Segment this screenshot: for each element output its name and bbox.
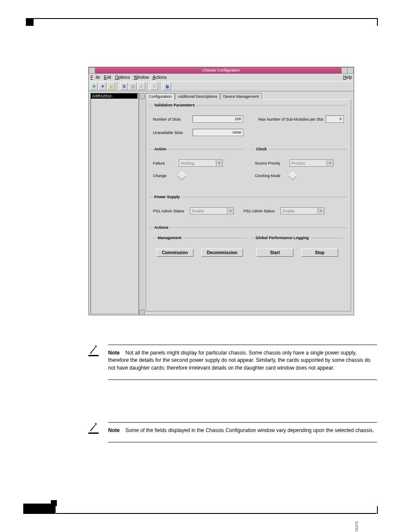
group-validation-legend: Validation Parameters — [153, 103, 196, 107]
failure-label: Failure — [153, 161, 179, 165]
group-action: Action Failure Nothing ▾ Change — [149, 147, 246, 184]
group-management-legend: Management — [156, 236, 183, 240]
figure-id: 75375 — [355, 302, 411, 532]
group-gpl-legend: Global Performance Logging — [254, 236, 310, 240]
group-actions-legend: Actions — [153, 225, 170, 230]
ps2-combo[interactable]: Enable ▾ — [280, 207, 324, 215]
toolbar-btn-4[interactable]: ≣ — [120, 82, 128, 90]
scroll-up-icon[interactable] — [139, 93, 145, 99]
toolbar-info-icon[interactable]: ◉ — [163, 82, 171, 90]
group-action-legend: Action — [153, 147, 168, 151]
menu-file[interactable]: File — [90, 75, 100, 80]
ps1-label: PS1 Admin Status — [153, 209, 190, 213]
chevron-down-icon: ▾ — [216, 160, 222, 166]
group-power-legend: Power Supply — [153, 195, 181, 199]
note-icon — [88, 345, 99, 356]
menu-help[interactable]: Help — [343, 75, 352, 80]
page-footer-corner — [377, 506, 378, 514]
note-block-2: Note Some of the fields displayed in the… — [88, 422, 377, 442]
note-label: Note — [108, 427, 120, 433]
menu-actions[interactable]: Actions — [153, 75, 167, 80]
note-label: Note — [108, 350, 120, 356]
window-title: Chassis Configuration — [202, 68, 240, 72]
src-priority-label: Source Priority — [255, 161, 290, 165]
tab-additional-descriptions[interactable]: Additional Descriptions — [175, 93, 221, 100]
chassis-config-window: Chassis Configuration File Edit Options … — [88, 67, 354, 315]
note-text-2: Some of the fields displayed in the Chas… — [125, 427, 374, 433]
src-priority-combo[interactable]: Product ▾ — [290, 159, 333, 167]
failure-combo[interactable]: Nothing ▾ — [179, 159, 223, 167]
scrollbar[interactable] — [139, 93, 145, 314]
page-header-corner — [377, 18, 378, 26]
group-clock-legend: Clock — [255, 147, 268, 151]
page-header-block — [26, 18, 34, 26]
minimize-icon[interactable] — [341, 67, 348, 74]
clocking-mode-label: Clocking Mode — [255, 174, 290, 178]
toolbar-help-icon[interactable]: ? — [150, 82, 158, 90]
num-slots-label: Number of Slots — [153, 117, 193, 121]
page-footer-block-inner — [51, 500, 57, 506]
group-gpl: Global Performance Logging Start Stop — [251, 236, 344, 260]
ps1-combo[interactable]: Enable ▾ — [190, 207, 234, 215]
decommission-button[interactable]: Decommission — [201, 249, 243, 257]
group-power-supply: Power Supply PS1 Admin Status Enable ▾ P… — [149, 195, 347, 220]
note-block-1: Note Not all the panels might display fo… — [88, 345, 377, 380]
system-menu-icon[interactable] — [89, 67, 95, 74]
start-button[interactable]: Start — [256, 249, 293, 257]
toolbar-btn-6[interactable]: ✓ — [137, 82, 145, 90]
change-label: Change — [153, 174, 179, 178]
chevron-down-icon: ▾ — [318, 208, 324, 214]
group-clock: Clock Source Priority Product ▾ Clocking… — [252, 147, 348, 184]
menu-options[interactable]: Options — [115, 75, 130, 80]
note-icon — [88, 422, 99, 434]
group-management: Management Commission Decommission — [153, 236, 246, 260]
group-validation: Validation Parameters Number of Slots 10… — [149, 103, 347, 142]
chevron-down-icon: ▾ — [327, 160, 333, 166]
ps2-label: PS2 Admin Status — [243, 209, 280, 213]
clocking-mode-checkbox[interactable] — [288, 171, 297, 180]
scroll-down-icon[interactable] — [139, 310, 145, 315]
toolbar-btn-5[interactable]: ▤ — [129, 82, 137, 90]
max-sub-field[interactable]: 0 — [326, 115, 344, 123]
tab-device-management[interactable]: Device Management — [220, 93, 262, 100]
note-text-1: Not all the panels might display for par… — [108, 350, 371, 371]
tab-configuration[interactable]: Configuration — [146, 93, 175, 100]
max-sub-label: Max Number of Sub-Modules per Slot — [258, 117, 323, 121]
maximize-icon[interactable] — [347, 67, 354, 74]
num-slots-field[interactable]: 100 — [193, 115, 243, 123]
stop-button[interactable]: Stop — [301, 249, 338, 257]
change-checkbox[interactable] — [177, 171, 186, 180]
page-footer-rule — [56, 513, 377, 514]
page-header-rule — [26, 18, 377, 19]
tree-sidebar: GSR12012- — [89, 91, 145, 315]
commission-button[interactable]: Commission — [156, 249, 193, 257]
unavail-slots-field[interactable]: none — [193, 129, 243, 136]
unavail-slots-label: Unavailable Slots — [153, 131, 193, 135]
toolbar-btn-1[interactable]: ✚ — [90, 82, 98, 90]
tree-item[interactable]: GSR12012- — [91, 93, 137, 99]
toolbar-btn-3[interactable]: ▣ — [107, 82, 115, 90]
menubar: File Edit Options Window Actions Help — [89, 74, 354, 81]
toolbar: ✚ ❖ ▣ ≣ ▤ ✓ ? ◉ — [89, 81, 354, 91]
group-actions: Actions Management Commission Decommissi… — [149, 225, 347, 264]
toolbar-btn-2[interactable]: ❖ — [99, 82, 106, 90]
chevron-down-icon: ▾ — [227, 208, 234, 214]
menu-edit[interactable]: Edit — [104, 75, 111, 80]
titlebar[interactable]: Chassis Configuration — [89, 67, 354, 74]
menu-window[interactable]: Window — [134, 75, 149, 80]
